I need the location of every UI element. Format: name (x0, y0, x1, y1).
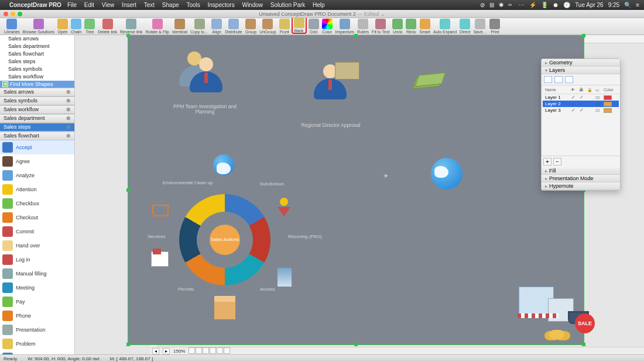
clock-icon[interactable]: 🕘 (563, 2, 570, 8)
layer-color-swatch[interactable] (604, 95, 612, 100)
menubar-time[interactable]: 9:25 (608, 2, 619, 8)
tool-align[interactable]: Align (210, 19, 223, 34)
tool-libraries[interactable]: Libraries (3, 19, 21, 34)
sidebar-header[interactable]: Sales flowchart⊗ (0, 132, 74, 140)
sidebar-header[interactable]: Sales arrows⊗ (0, 88, 74, 96)
status-icon[interactable]: ✱ (499, 2, 503, 8)
tool-back[interactable]: Back (292, 18, 307, 34)
shape-globe[interactable] (431, 158, 463, 189)
tool-front[interactable]: Front (278, 19, 291, 34)
tool-smart[interactable]: Smart (418, 19, 431, 34)
shape-item[interactable]: Agree (0, 154, 74, 168)
add-layer-button[interactable]: + (543, 158, 551, 166)
layer-active[interactable]: ▭ (595, 95, 600, 100)
tool-ungroup[interactable]: UnGroup (258, 19, 277, 34)
tool-auto-expand[interactable]: Auto Expand (432, 19, 458, 34)
sidebar-header[interactable]: Sales department⊗ (0, 114, 74, 123)
tool-rotate-flip[interactable]: Rotate & Flip (144, 19, 170, 34)
menu-insert[interactable]: Insert (122, 2, 136, 8)
tool-reverse-link[interactable]: Reverse link (119, 19, 144, 34)
layer-active[interactable]: ▭ (595, 102, 600, 106)
status-icon[interactable]: ⏺ (553, 2, 559, 8)
menu-help[interactable]: Help (313, 2, 325, 8)
shape-basket-icon[interactable] (152, 205, 169, 216)
remove-layer-button[interactable]: − (553, 158, 561, 166)
shape-building-icon[interactable] (278, 268, 292, 287)
menu-tools[interactable]: Tools (186, 2, 200, 8)
layer-row[interactable]: Layer 3✓✓▭ (543, 107, 619, 113)
resize-handle[interactable] (354, 343, 358, 346)
shape-box-icon[interactable] (214, 302, 235, 319)
menu-window[interactable]: Window (242, 2, 263, 8)
layer-row[interactable]: Layer 1✓✓▭ (543, 94, 619, 101)
layer-visible[interactable]: ✓ (571, 102, 576, 106)
tool-save-[interactable]: Save… (472, 19, 488, 34)
shape-item[interactable]: Analyze (0, 168, 74, 182)
layer-active[interactable]: ▭ (595, 108, 600, 113)
tool-inspectors[interactable]: Inspectors (334, 19, 355, 34)
layer-visible[interactable]: ✓ (571, 95, 576, 100)
shape-item[interactable]: Manual filling (0, 267, 74, 281)
sidebar-header[interactable]: Sales workflow⊗ (0, 105, 74, 114)
close-icon[interactable]: ⊗ (66, 89, 71, 95)
shape-item[interactable]: Presentation (0, 323, 74, 337)
document-title[interactable]: Unsaved ConceptDraw PRO Document 2 — Edi… (259, 11, 385, 17)
layer-lock[interactable] (587, 95, 592, 100)
sidebar-cat[interactable]: Sales workflow (0, 73, 74, 81)
sidebar-header[interactable]: Sales steps⊗ (0, 123, 74, 132)
sidebar-cat[interactable]: Sales flowchart (0, 50, 74, 58)
fast-user-icon[interactable]: ⚡ (529, 2, 536, 8)
sidebar-cat[interactable]: Sales department (0, 43, 74, 50)
shape-item[interactable]: Commit (0, 225, 74, 239)
status-icon[interactable]: ⋯ (519, 2, 525, 8)
tool-rulers[interactable]: Rulers (356, 19, 370, 34)
panel-section-presentation[interactable]: Presentation Mode (542, 175, 620, 182)
panel-section-layers[interactable]: Layers (542, 67, 620, 74)
tool-identical[interactable]: Identical (171, 19, 189, 34)
shape-item[interactable]: Hand over (0, 239, 74, 253)
page-thumbnails[interactable] (189, 347, 231, 355)
sidebar-cat[interactable]: Sales arrows (0, 35, 74, 43)
shape-item[interactable]: Log in (0, 253, 74, 267)
layer-lock[interactable] (587, 108, 592, 113)
menu-file[interactable]: File (67, 2, 77, 8)
shape-item[interactable]: Problem (0, 337, 74, 351)
tool-distribute[interactable]: Distribute (224, 19, 244, 34)
zoom-level[interactable]: 150% (173, 349, 185, 354)
horizontal-scrollbar[interactable]: ◂ ▸ 150% (150, 347, 644, 354)
shape-coin-icon[interactable] (280, 198, 288, 206)
shape-item[interactable]: Pay (0, 295, 74, 309)
panel-section-hypernote[interactable]: Hypernote (542, 182, 620, 190)
close-icon[interactable]: ⊗ (66, 133, 71, 139)
drawing-canvas[interactable]: PPM Team Investigation and Planning Regi… (128, 35, 584, 345)
close-icon[interactable]: ⊗ (66, 98, 71, 104)
status-icon[interactable]: ᯅ (508, 2, 514, 8)
tool-group[interactable]: Group (244, 19, 258, 34)
tool-open[interactable]: Open (56, 19, 69, 34)
sidebar-cat[interactable]: Sales steps (0, 58, 74, 65)
menu-view[interactable]: View (102, 2, 115, 8)
layer-row[interactable]: Layer 2✓✓▭ (543, 101, 619, 107)
menu-inspectors[interactable]: Inspectors (208, 2, 235, 8)
tool-browse-solutions[interactable]: Browse Solutions (22, 19, 56, 34)
inspector-panel[interactable]: Geometry Layers Name 👁 🖶 🔒 ▭ Color Layer… (541, 58, 621, 191)
battery-icon[interactable]: 🔋 (541, 2, 548, 8)
shape-item[interactable]: Checkbox (0, 196, 74, 211)
status-icon[interactable]: ⊘ (480, 2, 485, 8)
tool-grid[interactable]: Grid (307, 19, 320, 34)
resize-handle[interactable] (126, 188, 130, 192)
layer-visible[interactable]: ✓ (571, 108, 576, 113)
shape-person[interactable] (183, 53, 229, 99)
shape-regional-director[interactable] (307, 60, 354, 106)
tool-fit-to-text[interactable]: Fit to Text (371, 19, 390, 34)
panel-section-geometry[interactable]: Geometry (542, 59, 620, 67)
resize-handle[interactable] (126, 343, 130, 346)
layer-color-swatch[interactable] (604, 108, 612, 113)
panel-section-fill[interactable]: Fill (542, 167, 620, 175)
layer-color-swatch[interactable] (604, 102, 612, 106)
shape-cycle-diagram[interactable]: Sales Actions Subdivision Rezoning (PAO)… (166, 181, 283, 298)
tool-chain[interactable]: Chain (70, 19, 83, 34)
layer-print[interactable]: ✓ (579, 95, 584, 100)
menu-solution-park[interactable]: Solution Park (270, 2, 305, 8)
status-icon[interactable]: ⊞ (489, 2, 494, 8)
